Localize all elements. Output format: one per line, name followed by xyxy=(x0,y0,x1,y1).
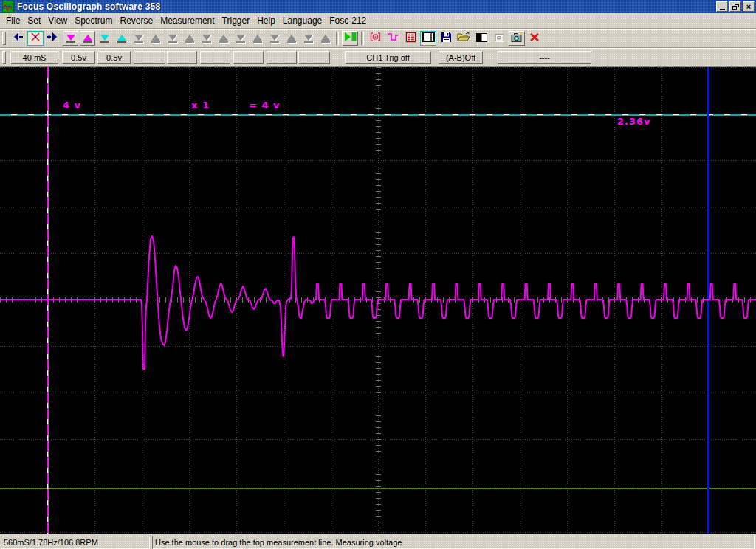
menu-item-set[interactable]: Set xyxy=(24,14,44,27)
ch4-move-down-button xyxy=(165,31,180,46)
scope-frame-icon xyxy=(422,32,435,45)
triangle-down-icon xyxy=(168,35,177,41)
toolbar-grip xyxy=(2,51,6,64)
ch4-move-up-button xyxy=(182,31,197,46)
result-label: = 4 v xyxy=(249,100,280,111)
toolbar-separator xyxy=(336,32,339,45)
menu-item-help[interactable]: Help xyxy=(253,14,279,27)
restore-button[interactable] xyxy=(729,1,741,12)
multiplier-label: x 1 xyxy=(191,100,210,111)
ch7-move-up-button xyxy=(284,31,299,46)
ch1-move-up-button[interactable] xyxy=(80,31,95,46)
folder-open-icon xyxy=(457,32,470,45)
triangle-up-icon xyxy=(219,35,228,41)
scroll-left-button[interactable] xyxy=(10,31,26,46)
scope-display[interactable]: 4 v x 1 = 4 v 2.36v xyxy=(0,67,756,534)
triangle-up-icon xyxy=(253,35,262,41)
inactive-tool-button xyxy=(491,31,507,46)
menu-item-trigger[interactable]: Trigger xyxy=(219,14,254,27)
menu-item-file[interactable]: File xyxy=(2,14,24,27)
ch1-move-down-button[interactable] xyxy=(63,31,78,46)
status-bar: 560mS/1.78Hz/106.8RPM Use the mouse to d… xyxy=(0,534,756,549)
menu-item-reverse[interactable]: Reverse xyxy=(117,14,157,27)
readout-6[interactable] xyxy=(233,51,264,64)
title-bar: Focus Oscillograph software 358 × xyxy=(0,0,756,13)
ch3-move-down-button xyxy=(131,31,146,46)
play-pause-icon xyxy=(344,32,357,45)
app-icon xyxy=(2,1,14,13)
main-toolbar xyxy=(0,29,756,48)
readout-ab-mode[interactable]: (A-B)Off xyxy=(439,51,483,64)
status-message: Use the mouse to drag the top measuremen… xyxy=(152,536,755,549)
scroll-right-button[interactable] xyxy=(45,31,61,46)
record-button[interactable] xyxy=(367,31,383,46)
readout-8[interactable] xyxy=(298,51,330,64)
window-title: Focus Oscillograph software 358 xyxy=(17,1,715,12)
square-wave-icon xyxy=(387,32,399,45)
floppy-icon xyxy=(441,32,452,46)
triangle-up-icon xyxy=(287,35,296,41)
readout-ch2-scale[interactable]: 0.5v xyxy=(97,51,131,64)
ch8-move-down-button xyxy=(300,31,316,46)
camera-icon xyxy=(511,32,523,46)
data-table-button[interactable] xyxy=(402,31,419,46)
close-button[interactable]: × xyxy=(743,1,755,12)
red-x-icon xyxy=(529,32,540,45)
run-pause-button[interactable] xyxy=(342,31,358,46)
table-icon xyxy=(405,32,416,46)
menu-item-view[interactable]: View xyxy=(44,14,71,27)
readout-misc[interactable]: ---- xyxy=(498,51,591,64)
open-button[interactable] xyxy=(456,31,472,46)
triangle-up-icon xyxy=(321,35,330,41)
bw-rect-icon xyxy=(476,32,487,45)
minimize-button[interactable] xyxy=(716,1,728,12)
triangle-down-icon xyxy=(270,35,279,41)
waveform-mode-button[interactable] xyxy=(385,31,401,46)
menu-item-measurement[interactable]: Measurement xyxy=(157,14,218,27)
close-icon: × xyxy=(746,3,751,11)
readout-3[interactable] xyxy=(134,51,165,64)
ch2-move-up-button[interactable] xyxy=(114,31,129,46)
exit-button[interactable] xyxy=(526,31,543,46)
menu-item-spectrum[interactable]: Spectrum xyxy=(71,14,116,27)
record-icon xyxy=(370,32,381,45)
ch2-move-down-button[interactable] xyxy=(97,31,112,46)
minimize-icon xyxy=(720,9,725,10)
snapshot-button[interactable] xyxy=(509,31,525,46)
toolbar-grip xyxy=(2,32,6,45)
triangle-up-icon xyxy=(83,35,92,41)
ch3-move-up-button xyxy=(148,31,163,46)
triangle-down-icon xyxy=(134,35,143,41)
measurement-value: 2.36v xyxy=(617,116,651,127)
readout-5[interactable] xyxy=(200,51,230,64)
readout-7[interactable] xyxy=(267,51,297,64)
readout-4[interactable] xyxy=(167,51,197,64)
readout-ch1-scale[interactable]: 0.5v xyxy=(62,51,95,64)
triangle-up-icon xyxy=(117,35,126,41)
gray-square-icon xyxy=(495,32,504,45)
menu-item-fosc-212[interactable]: Fosc-212 xyxy=(326,14,370,27)
readout-timebase[interactable]: 40 mS xyxy=(10,51,58,64)
readout-trigger[interactable]: CH1 Trig off xyxy=(345,51,431,64)
cursor-tool-button[interactable] xyxy=(27,31,44,46)
triangle-down-icon xyxy=(202,35,211,41)
readout-toolbar: 40 mS0.5v0.5vCH1 Trig off(A-B)Off---- xyxy=(0,48,756,67)
status-measurements: 560mS/1.78Hz/106.8RPM xyxy=(1,536,150,549)
triangle-down-icon xyxy=(236,35,245,41)
invert-display-button[interactable] xyxy=(473,31,489,46)
toolbar-separator xyxy=(361,32,364,45)
display-frame-button[interactable] xyxy=(420,31,436,46)
triangle-up-icon xyxy=(151,35,160,41)
ch6-move-up-button xyxy=(250,31,265,46)
save-button[interactable] xyxy=(438,31,454,46)
ch6-move-down-button xyxy=(233,31,248,46)
menu-bar: FileSetViewSpectrumReverseMeasurementTri… xyxy=(0,13,756,29)
triangle-down-icon xyxy=(100,35,109,41)
restore-icon xyxy=(732,4,739,10)
ch1-scale-label: 4 v xyxy=(63,100,81,111)
ch7-move-down-button xyxy=(267,31,282,46)
triangle-up-icon xyxy=(185,35,194,41)
menu-item-language[interactable]: Language xyxy=(279,14,326,27)
ch5-move-down-button xyxy=(199,31,214,46)
triangle-down-icon xyxy=(66,35,75,41)
